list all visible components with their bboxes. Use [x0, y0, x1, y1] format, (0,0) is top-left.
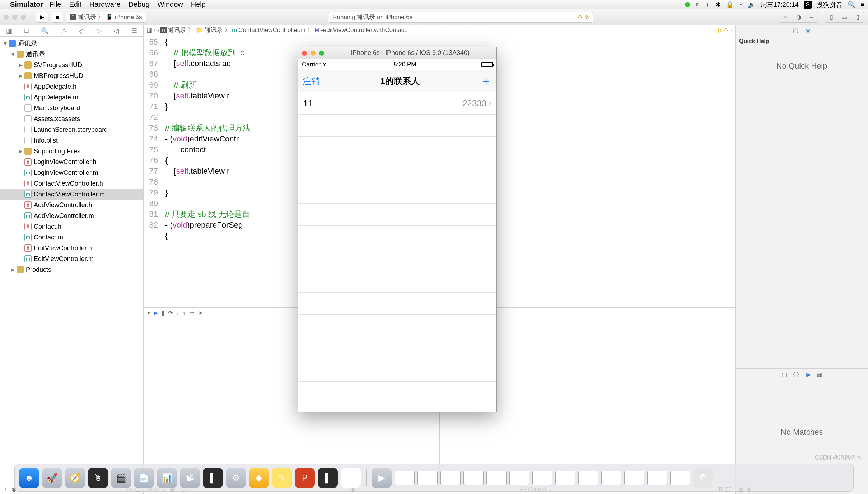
menu-help[interactable]: Help [191, 0, 206, 9]
project-nav-icon[interactable]: ▦ [6, 27, 12, 35]
imovie-icon[interactable]: 🎬 [111, 468, 131, 488]
view-debug-icon[interactable]: ▭ [189, 309, 195, 316]
toggle-debug-icon[interactable]: ▭ [838, 12, 851, 22]
file-tree-item[interactable]: Main.storyboard [0, 103, 143, 113]
debug-nav-icon[interactable]: ▷ [97, 27, 102, 35]
minimized-window[interactable] [463, 471, 484, 485]
menu-file[interactable]: File [50, 0, 61, 9]
symbol-nav-icon[interactable]: □ [25, 27, 29, 34]
code-snippet-icon[interactable]: { } [793, 371, 799, 378]
simulator-window[interactable]: iPhone 6s - iPhone 6s / iOS 9.0 (13A340)… [298, 47, 497, 412]
forward-icon[interactable]: › [157, 27, 159, 34]
file-tree-item[interactable]: ▸SVProgressHUD [0, 60, 143, 70]
breakpoints-icon[interactable]: ▶ [154, 309, 158, 316]
finder-icon[interactable]: ☻ [19, 468, 39, 488]
pause-icon[interactable]: ‖ [162, 309, 164, 316]
file-tree-item[interactable]: hEditViewController.h [0, 243, 143, 253]
minimized-window[interactable] [624, 471, 644, 485]
stop-button[interactable]: ■ [51, 12, 63, 23]
report-nav-icon[interactable]: ☰ [131, 27, 137, 35]
settings-icon[interactable]: ⚙ [226, 468, 246, 488]
minimized-window[interactable] [670, 471, 690, 485]
file-tree-item[interactable]: ▸Products [0, 264, 143, 275]
test-nav-icon[interactable]: ◇ [79, 27, 84, 35]
textedit-icon[interactable]: ✎ [341, 468, 361, 488]
contacts-table[interactable]: 1122333› [298, 92, 496, 412]
minimized-window[interactable] [509, 471, 529, 485]
menu-debug[interactable]: Debug [129, 0, 150, 9]
step-in-icon[interactable]: ↓ [176, 310, 179, 316]
minimize-icon[interactable] [311, 51, 316, 56]
logout-button[interactable]: 注销 [303, 75, 320, 87]
numbers-icon[interactable]: 📊 [157, 468, 177, 488]
file-tree[interactable]: ▾通讯录▾通讯录▸SVProgressHUD▸MBProgressHUDhApp… [0, 37, 143, 484]
quick-help-icon[interactable]: ◎ [806, 27, 811, 34]
file-inspector-icon[interactable]: ▢ [793, 27, 798, 34]
app-name[interactable]: Simulator [10, 0, 43, 9]
minimized-window[interactable] [601, 471, 621, 485]
file-tree-item[interactable]: hContact.h [0, 221, 143, 232]
assistant-editor-icon[interactable]: ◑ [792, 12, 805, 22]
step-over-icon[interactable]: ↷ [168, 309, 173, 316]
hide-debug-icon[interactable]: ▾ [147, 309, 150, 316]
step-out-icon[interactable]: ↑ [183, 310, 186, 316]
breakpoint-nav-icon[interactable]: ◁ [114, 27, 119, 35]
standard-editor-icon[interactable]: ≡ [779, 12, 792, 22]
file-tree-item[interactable]: mLoginViewController.m [0, 167, 143, 178]
file-tree-item[interactable]: mAddViewController.m [0, 210, 143, 221]
file-tree-item[interactable]: LaunchScreen.storyboard [0, 124, 143, 135]
minimized-window[interactable] [440, 471, 461, 485]
close-icon[interactable] [302, 51, 307, 56]
app-icon-red[interactable]: P [295, 468, 315, 488]
spotlight-icon[interactable]: 🔍 [848, 1, 855, 9]
contact-row[interactable]: 1122333› [298, 92, 496, 115]
scheme-selector[interactable]: 🅰 通讯录 〉 📱 iPhone 6s [66, 12, 146, 23]
minimized-window[interactable] [417, 471, 438, 485]
safari-icon[interactable]: 🧭 [65, 468, 85, 488]
wifi-icon[interactable]: ⌔ [739, 1, 743, 8]
file-tree-item[interactable]: mEditViewController.m [0, 253, 143, 264]
window-traffic-lights[interactable] [4, 15, 26, 20]
console-icon[interactable]: ▌ [318, 468, 338, 488]
bluetooth-icon[interactable]: ✱ [715, 1, 721, 9]
volume-icon[interactable]: 🔈 [748, 1, 756, 9]
pages-icon[interactable]: 📄 [134, 468, 154, 488]
menu-window[interactable]: Window [158, 0, 183, 9]
related-items-icon[interactable]: ▦ [146, 26, 152, 34]
run-button[interactable]: ▶ [36, 12, 48, 23]
toggle-utilities-icon[interactable]: ▯ [851, 12, 864, 22]
media-lib-icon[interactable]: ▦ [817, 371, 822, 378]
version-editor-icon[interactable]: ↔ [805, 12, 818, 22]
simulator-titlebar[interactable]: iPhone 6s - iPhone 6s / iOS 9.0 (13A340) [298, 47, 496, 59]
minimized-window[interactable] [578, 471, 598, 485]
file-tree-item[interactable]: mContactViewController.m [0, 189, 143, 200]
warning-count[interactable]: ⚠ 6 [577, 13, 589, 21]
file-tree-item[interactable]: hAppDelegate.h [0, 81, 143, 92]
file-template-icon[interactable]: ▢ [781, 371, 787, 378]
panel-toggle-segment[interactable]: ▯ ▭ ▯ [825, 12, 864, 23]
find-nav-icon[interactable]: 🔍 [41, 27, 49, 35]
trash-icon[interactable]: 🗑 [693, 468, 713, 488]
macos-dock[interactable]: ☻ 🚀 🧭 🖱 🎬 📄 📊 📽 ▌ ⚙ ◆ ✎ P ▌ ✎ ▶ 🗑 [14, 464, 854, 492]
terminal-icon[interactable]: ▌ [203, 468, 223, 488]
file-tree-item[interactable]: ▸Supporting Files [0, 146, 143, 157]
minimized-window[interactable] [395, 471, 415, 485]
file-tree-item[interactable]: ▸MBProgressHUD [0, 70, 143, 81]
warning-icon[interactable]: |‹ ⚠ › [718, 26, 732, 34]
file-tree-item[interactable]: mAppDelegate.m [0, 92, 143, 103]
library-tabs[interactable]: ▢ { } ◉ ▦ [736, 369, 868, 380]
minimized-window[interactable] [647, 471, 667, 485]
file-tree-item[interactable]: Assets.xcassets [0, 113, 143, 124]
issue-nav-icon[interactable]: ⚠ [61, 27, 67, 35]
file-tree-item[interactable]: ▾通讯录 [0, 49, 143, 60]
status-green-dot-icon[interactable] [685, 2, 690, 7]
notifications-icon[interactable]: ≡ [860, 1, 864, 8]
file-tree-item[interactable]: hAddViewController.h [0, 200, 143, 210]
launchpad-icon[interactable]: 🚀 [42, 468, 62, 488]
inspector-tabs[interactable]: ▢ ◎ [736, 25, 868, 36]
media-app-icon[interactable]: ▶ [372, 468, 392, 488]
minimized-window[interactable] [532, 471, 552, 485]
navigator-tabs[interactable]: ▦ □ 🔍 ⚠ ◇ ▷ ◁ ☰ [0, 25, 143, 37]
keynote-icon[interactable]: 📽 [180, 468, 200, 488]
file-tree-item[interactable]: hLoginViewController.h [0, 157, 143, 167]
